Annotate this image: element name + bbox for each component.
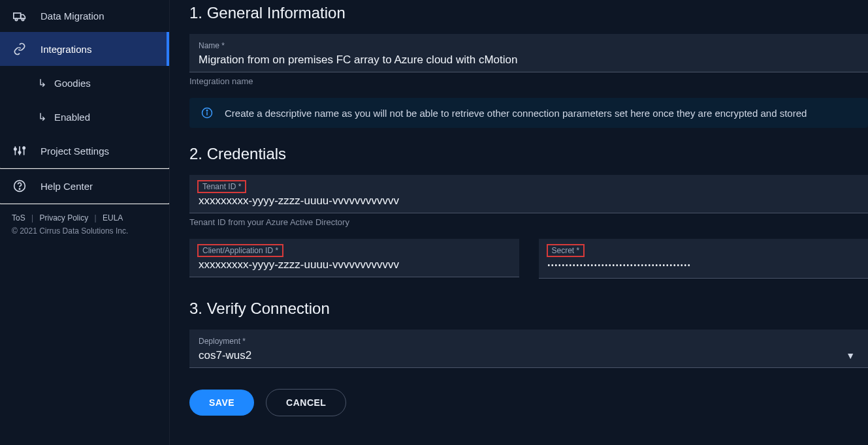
secret-input[interactable]: •••••••••••••••••••••••••••••••••••••••• (548, 257, 860, 274)
field-secret[interactable]: Secret * •••••••••••••••••••••••••••••••… (539, 239, 869, 279)
sidebar-item-label: Data Migration (40, 10, 104, 22)
field-tenant-id[interactable]: Tenant ID * (189, 175, 868, 213)
info-text: Create a descriptive name as you will no… (225, 108, 807, 119)
section-heading-verify: 3. Verify Connection (189, 299, 868, 318)
sidebar-item-project-settings[interactable]: Project Settings (0, 134, 169, 168)
sub-arrow-icon: ↳ (38, 77, 46, 89)
info-icon (201, 107, 213, 119)
sidebar-sub-label: Enabled (54, 112, 90, 123)
svg-point-2 (22, 18, 24, 20)
footer-link-privacy[interactable]: Privacy Policy (40, 213, 89, 222)
footer-copyright: © 2021 Cirrus Data Solutions Inc. (12, 226, 157, 236)
sidebar-footer: ToS | Privacy Policy | EULA © 2021 Cirru… (0, 204, 169, 245)
help-icon (12, 179, 27, 192)
field-name[interactable]: Name * (189, 34, 868, 72)
svg-point-10 (19, 189, 20, 189)
main-content: 1. General Information Name * Integratio… (170, 0, 868, 445)
sub-arrow-icon: ↳ (38, 111, 46, 123)
sliders-icon (12, 144, 27, 157)
field-label-secret: Secret * (548, 245, 584, 256)
save-button[interactable]: SAVE (189, 390, 254, 416)
footer-link-eula[interactable]: EULA (103, 213, 123, 222)
button-row: SAVE CANCEL (189, 389, 868, 416)
svg-point-6 (14, 148, 16, 150)
sidebar-sub-label: Goodies (54, 78, 91, 89)
field-client-id[interactable]: Client/Application ID * (189, 239, 519, 277)
field-deployment[interactable]: Deployment * cos7-wus2 ▼ (189, 330, 868, 368)
deployment-select-value: cos7-wus2 (199, 348, 846, 363)
svg-point-8 (23, 147, 25, 149)
footer-link-tos[interactable]: ToS (12, 213, 25, 222)
truck-icon (12, 11, 27, 22)
link-icon (12, 42, 27, 55)
field-label-deployment: Deployment * (199, 336, 248, 346)
name-input[interactable] (199, 52, 859, 68)
field-label-name: Name * (199, 40, 227, 51)
cancel-button[interactable]: CANCEL (266, 389, 346, 416)
section-heading-general: 1. General Information (189, 4, 868, 22)
field-label-client: Client/Application ID * (199, 245, 282, 256)
section-heading-credentials: 2. Credentials (189, 145, 868, 163)
svg-point-7 (18, 151, 20, 153)
sidebar-sub-goodies[interactable]: ↳ Goodies (0, 66, 169, 100)
tenant-id-input[interactable] (199, 193, 859, 209)
svg-point-13 (206, 110, 208, 112)
helper-tenant: Tenant ID from your Azure Active Directo… (189, 217, 868, 227)
sidebar-item-data-migration[interactable]: Data Migration (0, 0, 169, 32)
chevron-down-icon: ▼ (846, 350, 855, 361)
sidebar: Data Migration Integrations ↳ Goodies ↳ … (0, 0, 170, 445)
info-box: Create a descriptive name as you will no… (189, 98, 868, 128)
client-id-input[interactable] (199, 257, 510, 273)
sidebar-item-label: Integrations (40, 44, 91, 55)
svg-point-1 (15, 18, 17, 20)
svg-rect-0 (14, 13, 21, 18)
sidebar-item-label: Help Center (40, 181, 93, 192)
sidebar-sub-enabled[interactable]: ↳ Enabled (0, 100, 169, 134)
sidebar-item-integrations[interactable]: Integrations (0, 32, 169, 66)
field-label-tenant: Tenant ID * (199, 181, 245, 192)
sidebar-item-help-center[interactable]: Help Center (0, 169, 169, 203)
helper-name: Integration name (189, 76, 868, 86)
sidebar-item-label: Project Settings (40, 146, 109, 157)
